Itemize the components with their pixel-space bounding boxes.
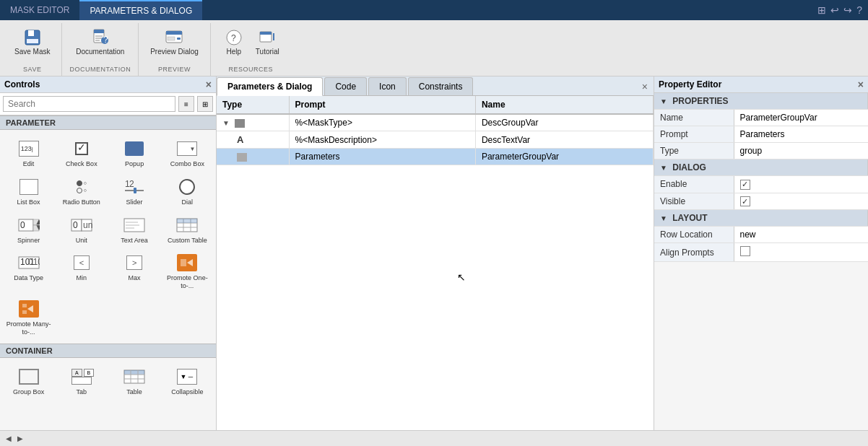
dial-icon bbox=[174, 175, 200, 198]
name-prop-value[interactable]: ParameterGroupVar bbox=[734, 110, 868, 126]
undo-icon[interactable]: ↩ bbox=[830, 4, 839, 16]
property-panel-title: Property Editor bbox=[659, 79, 721, 89]
grid-view-button[interactable]: ⊞ bbox=[197, 96, 213, 112]
documentation-button[interactable]: ? Documentation bbox=[71, 26, 129, 57]
control-spinner[interactable]: 0 ▲ ▼ Spinner bbox=[3, 211, 54, 248]
dialog-label: DIALOG bbox=[672, 162, 706, 172]
list-view-button[interactable]: ≡ bbox=[178, 96, 194, 112]
tab-parameters-dialog[interactable]: PARAMETERS & DIALOG bbox=[79, 0, 202, 20]
visible-prop-value[interactable] bbox=[734, 193, 868, 210]
table-row[interactable]: ▼ %<MaskType> DescGroupVar bbox=[217, 114, 654, 131]
promote-one-label: Promote One-to-... bbox=[163, 274, 212, 290]
table-icon bbox=[121, 365, 147, 388]
rowlocation-prop-value[interactable]: new bbox=[734, 227, 868, 243]
redo-icon[interactable]: ↪ bbox=[843, 4, 852, 16]
property-panel-close-icon[interactable]: × bbox=[858, 79, 864, 90]
svg-marker-50 bbox=[27, 305, 33, 312]
control-max[interactable]: > Max bbox=[109, 248, 160, 293]
save-mask-label: Save Mask bbox=[14, 48, 50, 56]
visible-checkbox[interactable] bbox=[740, 196, 750, 206]
scroll-left-icon[interactable]: ◀ bbox=[3, 434, 14, 442]
tab-constraints[interactable]: Constraints bbox=[408, 77, 474, 95]
preview-dialog-button[interactable]: Preview Dialog bbox=[146, 26, 203, 57]
svg-rect-1 bbox=[28, 30, 34, 36]
enable-checkbox[interactable] bbox=[740, 180, 750, 190]
cursor-pointer: ↖ bbox=[457, 271, 466, 283]
search-input[interactable] bbox=[3, 96, 175, 112]
table-row[interactable]: Parameters ParameterGroupVar bbox=[217, 149, 654, 165]
control-collapsible[interactable]: ▼ ─ Collapsible bbox=[162, 362, 213, 399]
dial-label: Dial bbox=[182, 198, 194, 206]
svg-rect-18 bbox=[273, 33, 274, 40]
control-dial[interactable]: Dial bbox=[162, 172, 213, 209]
edit-icon: 123| bbox=[16, 137, 42, 160]
expand-icon[interactable]: ▼ bbox=[222, 119, 230, 127]
scroll-right-icon[interactable]: ▶ bbox=[14, 434, 26, 442]
help-icon[interactable]: ? bbox=[856, 4, 862, 16]
bottom-bar: ◀ ▶ bbox=[0, 430, 868, 446]
documentation-label: Documentation bbox=[76, 48, 124, 56]
layout-caret: ▼ bbox=[660, 214, 667, 222]
control-promote-one[interactable]: Promote One-to-... bbox=[162, 248, 213, 293]
tab-label: Tab bbox=[77, 388, 87, 396]
control-table[interactable]: Table bbox=[109, 362, 160, 399]
grid-icon[interactable]: ⊞ bbox=[817, 4, 826, 16]
control-listbox[interactable]: List Box bbox=[3, 172, 54, 209]
control-customtable[interactable]: Custom Table bbox=[162, 211, 213, 248]
svg-text:▼: ▼ bbox=[35, 222, 40, 232]
resources-group-label: RESOURCES bbox=[229, 66, 274, 76]
combo-label: Combo Box bbox=[170, 160, 204, 168]
table-row[interactable]: A %<MaskDescription> DescTextVar bbox=[217, 131, 654, 149]
controls-close-icon[interactable]: × bbox=[206, 79, 212, 90]
svg-text:?: ? bbox=[231, 33, 236, 43]
col-type: Type bbox=[217, 96, 289, 114]
datatype-icon: 101 010 bbox=[16, 251, 42, 274]
property-row-type: Type group bbox=[654, 143, 868, 159]
control-radio[interactable]: ○ ○ Radio Button bbox=[56, 172, 107, 209]
property-row-rowlocation: Row Location new bbox=[654, 227, 868, 243]
alignprompts-checkbox[interactable] bbox=[740, 246, 750, 256]
save-mask-button[interactable]: Save Mask bbox=[10, 26, 54, 57]
tab-code[interactable]: Code bbox=[324, 77, 367, 95]
prompt-prop-value[interactable]: Parameters bbox=[734, 126, 868, 143]
enable-prop-value[interactable] bbox=[734, 176, 868, 193]
tab-mask-editor[interactable]: MASK EDITOR bbox=[0, 0, 79, 20]
control-checkbox[interactable]: Check Box bbox=[56, 134, 107, 171]
tab-icon[interactable]: Icon bbox=[368, 77, 407, 95]
dialog-section-header: ▼ DIALOG bbox=[654, 159, 868, 176]
property-panel: Property Editor × ▼ PROPERTIES Name Para… bbox=[654, 76, 868, 430]
tutorial-button[interactable]: Tutorial bbox=[251, 26, 284, 57]
svg-rect-13 bbox=[177, 38, 181, 40]
control-min[interactable]: < Min bbox=[56, 248, 107, 293]
control-slider[interactable]: 1 2 Slider bbox=[109, 172, 160, 209]
control-popup[interactable]: Popup bbox=[109, 134, 160, 171]
help-button[interactable]: ? Help bbox=[218, 26, 250, 57]
svg-rect-57 bbox=[235, 119, 245, 128]
control-textarea[interactable]: Text Area bbox=[109, 211, 160, 248]
layout-section-header: ▼ LAYOUT bbox=[654, 210, 868, 227]
alignprompts-prop-value[interactable] bbox=[734, 243, 868, 262]
col-prompt: Prompt bbox=[289, 96, 475, 114]
control-datatype[interactable]: 101 010 Data Type bbox=[3, 248, 54, 293]
control-tab[interactable]: A B Tab bbox=[56, 362, 107, 399]
control-unit[interactable]: 0 unit Unit bbox=[56, 211, 107, 248]
row1-prompt: %<MaskType> bbox=[289, 114, 475, 131]
datatype-label: Data Type bbox=[14, 274, 43, 282]
svg-rect-49 bbox=[22, 310, 27, 314]
control-combo[interactable]: Combo Box bbox=[162, 134, 213, 171]
preview-group-label: PREVIEW bbox=[158, 66, 191, 76]
radio-label: Radio Button bbox=[63, 198, 100, 206]
control-edit[interactable]: 123| Edit bbox=[3, 134, 54, 171]
control-promote-many[interactable]: Promote Many-to-... bbox=[3, 294, 54, 339]
svg-text:?: ? bbox=[103, 35, 108, 45]
tutorial-label: Tutorial bbox=[256, 48, 279, 56]
checkbox-label: Check Box bbox=[66, 160, 97, 168]
svg-text:010: 010 bbox=[28, 257, 40, 267]
rowlocation-prop-label: Row Location bbox=[654, 227, 734, 243]
control-groupbox[interactable]: Group Box bbox=[3, 362, 54, 399]
preview-dialog-label: Preview Dialog bbox=[150, 48, 199, 56]
type-prop-value[interactable]: group bbox=[734, 143, 868, 159]
tab-parameters-dialog[interactable]: Parameters & Dialog bbox=[217, 77, 323, 96]
property-panel-header: Property Editor × bbox=[654, 76, 868, 93]
middle-panel-close-icon[interactable]: × bbox=[636, 78, 654, 95]
